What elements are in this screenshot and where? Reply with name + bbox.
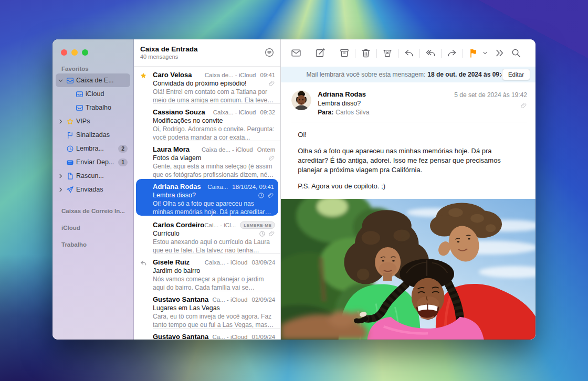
- time-label: Ontem: [257, 146, 276, 153]
- sidebar-item-enviadas[interactable]: Enviadas: [56, 183, 130, 196]
- preview: Gente, aqui está a minha seleção (é assi…: [153, 163, 275, 179]
- star-icon: [140, 72, 147, 79]
- chevron-right-icon[interactable]: [57, 173, 64, 179]
- chevron-down-icon: [482, 50, 488, 56]
- paperclip-icon: [268, 155, 275, 162]
- toolbar: [281, 39, 536, 67]
- sidebar-item-lembretes[interactable]: Lembra... 2: [56, 142, 130, 155]
- junk-icon: [382, 48, 393, 58]
- message-row[interactable]: Carlos Cordeiro Cai... - iCl...LEMBRE-ME…: [134, 217, 280, 254]
- search-button[interactable]: [511, 48, 521, 58]
- sidebar-item-label: Sinalizadas: [76, 131, 128, 139]
- preview: Oi! Olha só a foto que apareceu nas minh…: [153, 200, 274, 217]
- reminder-text: Mail lembrará você sobre esta mensagem:: [307, 71, 426, 78]
- sidebar-item-enviar-depois[interactable]: Enviar Dep... 1: [56, 155, 130, 169]
- close-window-button[interactable]: [61, 49, 67, 56]
- star-icon: [66, 118, 74, 125]
- subject: Lugares em Las Vegas: [153, 304, 220, 312]
- sidebar-item-label: Enviadas: [76, 186, 128, 193]
- get-mail-button[interactable]: [291, 48, 301, 58]
- subject: Convidada do próximo episódio!: [153, 80, 247, 87]
- mail-window: Favoritos Caixa de E... iCloud Trabalho …: [52, 39, 536, 340]
- chevron-right-icon[interactable]: [57, 186, 64, 193]
- sidebar-item-icloud-inbox[interactable]: iCloud: [56, 87, 130, 101]
- sidebar-section-icloud[interactable]: iCloud: [52, 225, 133, 232]
- message-row-selected[interactable]: Adriana Rodas Caixa...18/10/24, 09:41 Le…: [136, 179, 278, 216]
- reply-all-button[interactable]: [425, 48, 436, 58]
- time-label: 18/10/24, 09:41: [232, 184, 274, 190]
- paperclip-icon: [267, 192, 274, 199]
- edit-reminder-button[interactable]: Editar: [502, 69, 530, 80]
- sidebar-item-rascunhos[interactable]: Rascun...: [56, 169, 130, 183]
- replied-arrow-icon: [140, 259, 147, 267]
- double-chevron-icon: [494, 48, 505, 58]
- message-row[interactable]: Gustavo Santana Ca... - iCloud02/09/24 L…: [134, 291, 280, 329]
- recipient[interactable]: Carlos Silva: [335, 109, 369, 116]
- sidebar-item-label: Trabalho: [86, 104, 128, 111]
- unread-count-badge: 2: [118, 145, 128, 153]
- body-paragraph: P.S. Agora vou de copiloto. ;): [298, 182, 522, 191]
- reply-button[interactable]: [404, 48, 414, 58]
- message-date: 5 de set de 2024 às 19:42: [454, 91, 527, 99]
- forward-icon: [447, 48, 457, 58]
- mailbox-label: Cai... - iCl...: [204, 222, 236, 228]
- sender: Cassiano Souza: [153, 108, 205, 116]
- delete-button[interactable]: [361, 48, 371, 58]
- compose-button[interactable]: [315, 48, 326, 58]
- message-row[interactable]: Gisele Ruiz Caixa... - iCloud03/09/24 Ja…: [134, 254, 280, 291]
- message-list-header: Caixa de Entrada 40 mensagens: [134, 39, 280, 67]
- flag-menu-chevron[interactable]: [482, 50, 488, 56]
- inbox-icon: [76, 90, 83, 98]
- inbox-icon: [66, 77, 74, 84]
- time-label: 02/09/24: [252, 297, 276, 303]
- sidebar-section-caixas-inteligentes[interactable]: Caixas de Correio In...: [52, 208, 133, 216]
- sidebar-item-caixa-de-entrada[interactable]: Caixa de E...: [56, 73, 130, 87]
- message-row[interactable]: Cassiano Souza Caixa... - iCloud09:32 Mo…: [134, 104, 280, 141]
- time-label: 01/09/24: [252, 334, 276, 340]
- chevron-down-icon[interactable]: [57, 77, 64, 84]
- reminder-clock-icon: [258, 192, 265, 199]
- message-header: Adriana Rodas Lembra disso? Para:Carlos …: [281, 82, 536, 121]
- chevron-right-icon[interactable]: [57, 118, 64, 125]
- avatar[interactable]: [291, 90, 311, 110]
- subject: Currículo: [153, 230, 180, 237]
- sender: Adriana Rodas: [153, 183, 201, 190]
- sidebar-item-trabalho-inbox[interactable]: Trabalho: [56, 101, 130, 114]
- zoom-window-button[interactable]: [82, 49, 88, 56]
- sidebar: Favoritos Caixa de E... iCloud Trabalho …: [52, 39, 134, 340]
- sidebar-item-label: Lembra...: [76, 145, 116, 152]
- time-label: 09:32: [260, 109, 275, 115]
- flag-button[interactable]: [468, 48, 479, 58]
- paper-plane-icon: [66, 186, 74, 194]
- sidebar-section-trabalho[interactable]: Trabalho: [52, 241, 133, 249]
- message-list-scroll[interactable]: Caro Velosa Caixa de... - iCloud09:41 Co…: [134, 67, 280, 340]
- filter-button[interactable]: [264, 47, 275, 59]
- flag-icon: [66, 131, 74, 139]
- sidebar-item-label: VIPs: [76, 118, 128, 125]
- preview: Cara, eu tô com inveja de você agora. Fa…: [153, 313, 275, 330]
- reminder-banner: Mail lembrará você sobre esta mensagem: …: [281, 67, 536, 82]
- mailbox-label: Ca... - iCloud: [212, 297, 247, 303]
- sender: Laura Mora: [153, 145, 190, 153]
- photo-attachment[interactable]: [281, 199, 536, 340]
- sidebar-item-sinalizadas[interactable]: Sinalizadas: [56, 128, 130, 142]
- mailbox-title: Caixa de Entrada: [140, 45, 274, 53]
- message-row[interactable]: Laura Mora Caixa de... - iCloudOntem Fot…: [134, 141, 280, 178]
- more-toolbar-items-button[interactable]: [494, 48, 505, 58]
- sender: Gustavo Santana: [153, 295, 208, 303]
- sidebar-item-vips[interactable]: VIPs: [56, 114, 130, 128]
- mailbox-label: Caixa de... - iCloud: [205, 72, 256, 78]
- paperclip-icon: [268, 230, 275, 237]
- paperclip-icon: [268, 80, 275, 87]
- mailbox-label: Caixa... - iCloud: [205, 259, 248, 266]
- minimize-window-button[interactable]: [71, 49, 78, 56]
- send-later-icon: [66, 158, 74, 166]
- sidebar-item-label: Enviar Dep...: [76, 158, 116, 166]
- message-row[interactable]: Caro Velosa Caixa de... - iCloud09:41 Co…: [134, 67, 280, 104]
- forward-button[interactable]: [447, 48, 457, 58]
- preview: Olá! Entrei em contato com a Tatiana por…: [153, 88, 275, 105]
- message-list: Caixa de Entrada 40 mensagens Caro Velos…: [134, 39, 281, 340]
- archive-button[interactable]: [339, 48, 350, 58]
- junk-button[interactable]: [382, 48, 393, 58]
- message-row[interactable]: Gustavo Santana Ca... - iCloud01/09/24: [134, 329, 280, 340]
